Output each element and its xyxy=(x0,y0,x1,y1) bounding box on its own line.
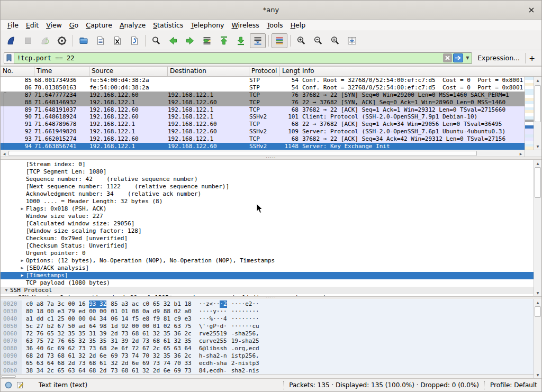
scroll-left-icon[interactable]: ◀ xyxy=(1,150,8,157)
detail-row-1[interactable]: [TCP Segment Len: 1080] xyxy=(1,168,534,176)
zoom-in-icon[interactable] xyxy=(293,33,309,48)
expander-icon[interactable]: ▶ xyxy=(19,205,26,213)
scroll-up-icon[interactable]: ▲ xyxy=(534,160,541,167)
close-icon[interactable] xyxy=(527,5,536,15)
detail-row-2[interactable]: Sequence number: 42 (relative sequence n… xyxy=(1,176,534,183)
hex-row-0080[interactable]: 008036 40 6c 69 62 73 73 682e 6f 72 67 2… xyxy=(1,345,534,352)
scroll-down-icon[interactable]: ▼ xyxy=(534,289,541,296)
detail-row-11[interactable]: [Checksum Status: Unverified] xyxy=(1,242,534,250)
menu-go[interactable]: Go xyxy=(66,20,82,30)
packet-row-92[interactable]: 9271.661949820192.168.122.1192.168.122.6… xyxy=(1,128,525,135)
close-file-icon[interactable] xyxy=(110,33,125,48)
start-capture-icon[interactable] xyxy=(3,33,19,48)
profile-text[interactable]: Profile: Default xyxy=(490,381,537,389)
hex-row-00b0[interactable]: 00b038 34 2c 65 63 64 68 2d73 68 61 32 2… xyxy=(1,367,534,374)
packet-list-vscrollbar[interactable]: ▲ ▼ xyxy=(534,77,541,150)
find-packet-icon[interactable] xyxy=(148,33,164,48)
detail-row-16[interactable]: TCP payload (1080 bytes) xyxy=(1,279,534,287)
pane-splitter[interactable] xyxy=(1,157,541,159)
detail-row-7[interactable]: Window size value: 227 xyxy=(1,213,534,220)
auto-scroll-icon[interactable] xyxy=(250,33,266,48)
scroll-down-icon[interactable]: ▼ xyxy=(534,371,541,378)
detail-row-9[interactable]: [Window size scaling factor: 128] xyxy=(1,227,534,235)
detail-row-3[interactable]: [Next sequence number: 1122 (relative se… xyxy=(1,183,534,190)
expander-icon[interactable]: ▶ xyxy=(19,265,26,272)
detail-row-8[interactable]: [Calculated window size: 29056] xyxy=(1,220,534,227)
pane-splitter[interactable] xyxy=(1,297,541,299)
packet-row-85[interactable]: 8568.001734936fe:54:00:d4:38:2aSTP54Conf… xyxy=(1,77,525,84)
column-header-info[interactable]: Info xyxy=(300,67,541,76)
scroll-thumb[interactable] xyxy=(535,85,541,122)
scroll-up-icon[interactable]: ▲ xyxy=(534,299,541,306)
column-header-destination[interactable]: Destination xyxy=(168,67,249,76)
expert-info-icon[interactable] xyxy=(5,381,12,389)
hex-row-00a0[interactable]: 00a065 63 64 68 2d 73 68 6132 2d 6e 69 7… xyxy=(1,360,534,367)
go-first-icon[interactable] xyxy=(216,33,232,48)
zoom-out-icon[interactable] xyxy=(310,33,326,48)
packet-row-89[interactable]: 8971.648191037192.168.122.60192.168.122.… xyxy=(1,106,525,114)
stop-capture-icon[interactable] xyxy=(20,33,36,48)
restart-capture-icon[interactable] xyxy=(37,33,53,48)
packet-row-91[interactable]: 9171.648789678192.168.122.1192.168.122.6… xyxy=(1,121,525,128)
detail-row-6[interactable]: ▶Flags: 0x018 (PSH, ACK) xyxy=(1,205,534,213)
scroll-thumb[interactable] xyxy=(535,306,541,317)
open-file-icon[interactable] xyxy=(76,33,92,48)
reload-file-icon[interactable] xyxy=(127,33,142,48)
go-back-icon[interactable] xyxy=(165,33,181,48)
scroll-up-icon[interactable]: ▲ xyxy=(534,77,541,84)
bookmark-icon[interactable] xyxy=(4,52,14,64)
detail-row-15[interactable]: ▶[Timestamps] xyxy=(1,272,534,279)
menu-wireless[interactable]: Wireless xyxy=(228,20,263,30)
filter-clear-icon[interactable] xyxy=(443,53,452,62)
scroll-thumb[interactable] xyxy=(1,375,16,378)
packet-row-94[interactable]: 9471.663856741192.168.122.1192.168.122.6… xyxy=(1,143,525,150)
expander-icon[interactable]: ▶ xyxy=(19,272,26,279)
menu-statistics[interactable]: Statistics xyxy=(149,20,187,30)
column-header-length[interactable]: Length xyxy=(280,67,300,76)
detail-row-14[interactable]: ▶[SEQ/ACK analysis] xyxy=(1,265,534,272)
detail-row-5[interactable]: 1000 .... = Header Length: 32 bytes (8) xyxy=(1,198,534,205)
display-filter-input[interactable] xyxy=(14,53,443,63)
column-header-time[interactable]: Time xyxy=(34,67,89,76)
detail-row-4[interactable]: Acknowledgment number: 34 (relative ack … xyxy=(1,190,534,198)
scroll-down-icon[interactable]: ▼ xyxy=(534,143,541,150)
packet-row-86[interactable]: 8670.013850163fe:54:00:d4:38:2aSTP54Conf… xyxy=(1,84,525,92)
detail-row-0[interactable]: [Stream index: 0] xyxy=(1,161,534,168)
menu-analyze[interactable]: Analyze xyxy=(116,20,149,30)
column-header-protocol[interactable]: Protocol xyxy=(249,67,280,76)
packet-row-88[interactable]: 8871.648146932192.168.122.1192.168.122.6… xyxy=(1,99,525,106)
bytes-vscrollbar[interactable]: ▲ ▼ xyxy=(534,299,541,378)
resize-columns-icon[interactable] xyxy=(344,33,360,48)
packet-row-93[interactable]: 9371.662015274192.168.122.60192.168.122.… xyxy=(1,135,525,143)
packet-row-90[interactable]: 9071.648618924192.168.122.60192.168.122.… xyxy=(1,113,525,121)
go-last-icon[interactable] xyxy=(233,33,249,48)
packet-row-87[interactable]: 8771.647777234192.168.122.60192.168.122.… xyxy=(1,92,525,99)
hex-row-0020[interactable]: 0020c0 a8 7a 3c 00 16 93 3285 a3 ac c0 6… xyxy=(1,300,534,308)
column-header-source[interactable]: Source xyxy=(89,67,168,76)
capture-options-icon[interactable] xyxy=(54,33,70,48)
expander-icon[interactable]: ▼ xyxy=(3,287,10,294)
column-header-no[interactable]: No. xyxy=(1,67,34,76)
menu-help[interactable]: Help xyxy=(287,20,310,30)
intelligent-scrollbar-minimap[interactable] xyxy=(525,77,534,150)
menu-telephony[interactable]: Telephony xyxy=(187,20,228,30)
menu-file[interactable]: File xyxy=(4,20,22,30)
menu-tools[interactable]: Tools xyxy=(263,20,287,30)
expression-button[interactable]: Expression... xyxy=(472,54,525,62)
hex-row-0060[interactable]: 006072 76 65 32 35 35 31 392d 73 68 61 3… xyxy=(1,330,534,338)
bytes-hscrollbar[interactable] xyxy=(1,374,534,378)
hex-row-0070[interactable]: 007063 75 72 76 65 32 35 3531 39 2d 73 6… xyxy=(1,338,534,345)
zoom-reset-icon[interactable] xyxy=(327,33,343,48)
expander-icon[interactable]: ▶ xyxy=(19,257,26,265)
hex-row-0030[interactable]: 003080 18 00 e3 79 ed 00 0001 01 08 0a d… xyxy=(1,308,534,315)
detail-row-12[interactable]: Urgent pointer: 0 xyxy=(1,250,534,257)
filter-apply-icon[interactable] xyxy=(453,53,463,62)
go-forward-icon[interactable] xyxy=(182,33,198,48)
scroll-right-icon[interactable]: ▶ xyxy=(517,150,525,157)
scroll-thumb[interactable] xyxy=(535,167,541,198)
detail-vscrollbar[interactable]: ▲ ▼ xyxy=(534,160,541,296)
colorize-icon[interactable] xyxy=(272,33,287,48)
menu-edit[interactable]: Edit xyxy=(22,20,42,30)
go-to-packet-icon[interactable] xyxy=(199,33,215,48)
detail-row-13[interactable]: ▶Options: (12 bytes), No-Operation (NOP)… xyxy=(1,257,534,265)
